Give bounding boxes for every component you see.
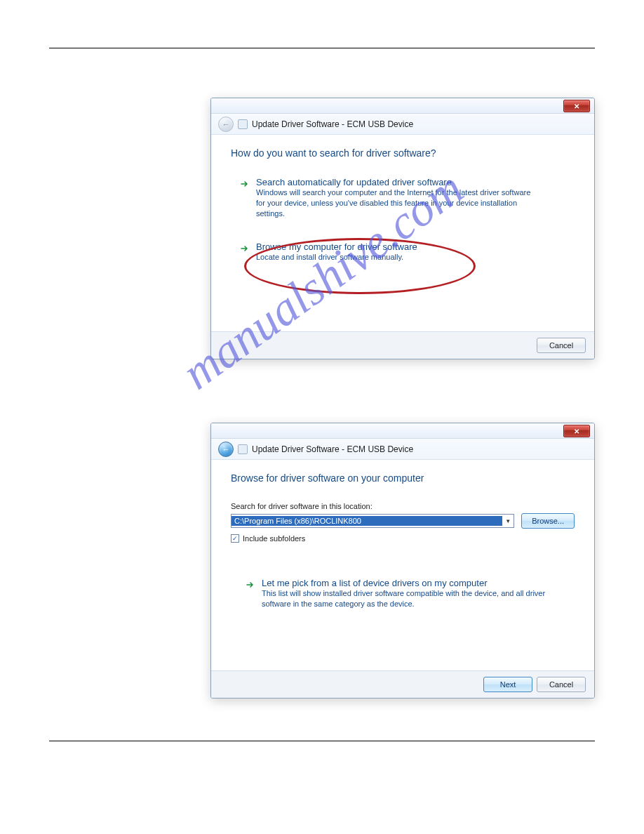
- close-button[interactable]: ✕: [563, 100, 590, 112]
- option-search-auto[interactable]: Search automatically for updated driver …: [231, 177, 575, 219]
- option-title: Let me pick from a list of device driver…: [262, 578, 563, 588]
- device-icon: [238, 444, 248, 454]
- titlebar: ✕: [211, 98, 594, 114]
- include-subfolders-label: Include subfolders: [243, 534, 305, 543]
- close-icon: ✕: [574, 102, 579, 110]
- back-button[interactable]: ←: [218, 442, 234, 457]
- option-desc: This list will show installed driver sof…: [262, 588, 563, 609]
- driver-wizard-dialog-2: ✕ ← Update Driver Software - ECM USB Dev…: [210, 423, 595, 699]
- path-row: C:\Program Files (x86)\ROCLINK800 ▼ Brow…: [231, 513, 575, 529]
- chevron-down-icon: ▼: [502, 518, 514, 524]
- option-content: Let me pick from a list of device driver…: [262, 578, 563, 609]
- arrow-right-icon: [246, 581, 255, 589]
- option-pick-from-list[interactable]: Let me pick from a list of device driver…: [231, 578, 575, 609]
- option-content: Browse my computer for driver software L…: [256, 241, 417, 263]
- nav-row: ← Update Driver Software - ECM USB Devic…: [211, 439, 594, 460]
- path-value: C:\Program Files (x86)\ROCLINK800: [232, 516, 502, 526]
- device-icon: [238, 119, 248, 129]
- nav-title: Update Driver Software - ECM USB Device: [252, 119, 413, 129]
- dialog-footer: Cancel: [211, 331, 594, 359]
- next-button[interactable]: Next: [483, 677, 532, 692]
- dialog-body: How do you want to search for driver sof…: [211, 135, 594, 331]
- dialog-footer: Next Cancel: [211, 670, 594, 698]
- titlebar: ✕: [211, 423, 594, 439]
- arrow-right-icon: [241, 244, 249, 253]
- option-content: Search automatically for updated driver …: [256, 177, 537, 219]
- dialog-heading: Browse for driver software on your compu…: [231, 472, 575, 484]
- page-content: ✕ ← Update Driver Software - ECM USB Dev…: [0, 48, 644, 699]
- path-combobox[interactable]: C:\Program Files (x86)\ROCLINK800 ▼: [231, 514, 514, 528]
- dialog-body: Browse for driver software on your compu…: [211, 460, 594, 670]
- nav-row: ← Update Driver Software - ECM USB Devic…: [211, 114, 594, 135]
- close-button[interactable]: ✕: [563, 425, 590, 437]
- option-title: Search automatically for updated driver …: [256, 177, 537, 187]
- search-location-label: Search for driver software in this locat…: [231, 502, 575, 510]
- checkmark-icon: ✓: [232, 536, 238, 542]
- option-title: Browse my computer for driver software: [256, 241, 417, 252]
- page-rule-bottom: [49, 741, 595, 741]
- cancel-button[interactable]: Cancel: [537, 338, 586, 353]
- screenshot-2-wrapper: ✕ ← Update Driver Software - ECM USB Dev…: [210, 423, 596, 699]
- option-desc: Locate and install driver software manua…: [256, 252, 417, 263]
- cancel-button[interactable]: Cancel: [537, 677, 586, 692]
- driver-wizard-dialog-1: ✕ ← Update Driver Software - ECM USB Dev…: [210, 98, 595, 359]
- arrow-left-icon: ←: [222, 445, 230, 454]
- nav-title: Update Driver Software - ECM USB Device: [252, 444, 413, 454]
- option-desc: Windows will search your computer and th…: [256, 187, 537, 219]
- arrow-right-icon: [241, 180, 249, 188]
- dialog-heading: How do you want to search for driver sof…: [231, 147, 575, 159]
- browse-button[interactable]: Browse...: [521, 513, 575, 529]
- arrow-left-icon: ←: [222, 120, 230, 128]
- back-button[interactable]: ←: [218, 117, 234, 132]
- close-icon: ✕: [574, 428, 579, 435]
- screenshot-1-wrapper: ✕ ← Update Driver Software - ECM USB Dev…: [210, 98, 596, 359]
- include-subfolders-checkbox[interactable]: ✓: [231, 534, 239, 543]
- include-subfolders-row[interactable]: ✓ Include subfolders: [231, 534, 575, 543]
- option-browse-computer[interactable]: Browse my computer for driver software L…: [231, 241, 575, 263]
